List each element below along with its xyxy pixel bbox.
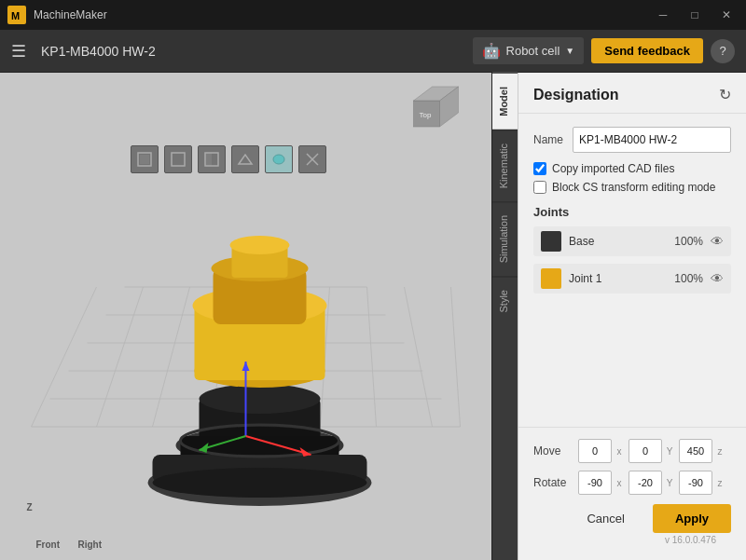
robot-cell-button[interactable]: 🤖 Robot cell ▼ [473,37,585,64]
app-icon: M [7,6,26,24]
svg-point-41 [230,236,290,254]
panel-title: Designation [533,87,619,103]
view-toolbar [131,145,326,173]
rotate-z-group: z [679,471,725,495]
joint-pct-base: 100% [670,235,703,248]
help-button[interactable]: ? [711,39,735,63]
joint-name-base: Base [569,235,662,248]
move-z-axis-label: z [714,446,725,457]
rotate-y-group: Y [629,471,675,495]
svg-point-33 [153,468,367,498]
move-x-group: x [578,439,625,463]
content-area: Front Right Z Top Model Kinematic Simula… [0,73,746,560]
name-input[interactable] [573,127,731,153]
checkbox1-row: Copy imported CAD files [533,162,731,175]
checkbox2-label: Block CS transform editing mode [552,181,715,194]
svg-text:Front: Front [36,540,61,550]
refresh-icon[interactable]: ↻ [719,86,731,103]
joint-visibility-base[interactable]: 👁 [711,234,724,249]
svg-text:M: M [11,10,20,21]
rotate-x-group: x [578,471,625,495]
main-toolbar: ☰ KP1-MB4000 HW-2 🤖 Robot cell ▼ Send fe… [0,30,746,73]
rotate-z-axis-label: z [714,478,725,488]
tab-simulation[interactable]: Simulation [492,201,518,276]
wireframe-view-button[interactable] [164,145,192,173]
svg-rect-5 [205,153,212,166]
move-y-axis-label: Y [664,446,675,457]
svg-rect-3 [140,155,149,164]
send-feedback-button[interactable]: Send feedback [591,38,703,63]
hamburger-icon[interactable]: ☰ [11,41,26,61]
svg-text:Top: Top [420,111,432,119]
checkbox2-row: Block CS transform editing mode [533,181,731,194]
mesh-view-button[interactable] [265,145,293,173]
checkbox1-label: Copy imported CAD files [552,162,674,175]
close-button[interactable]: ✕ [714,6,739,24]
svg-marker-7 [239,155,252,164]
svg-point-8 [273,155,284,164]
move-y-input[interactable] [629,439,662,463]
move-z-group: z [679,439,725,463]
solid-view-button[interactable] [131,145,159,173]
move-label: Move [533,444,574,458]
panel-bottom: Move x Y z Rotate x [518,427,746,560]
rotate-x-axis-label: x [614,478,625,488]
move-x-input[interactable] [578,439,612,463]
copy-cad-checkbox[interactable] [533,162,546,175]
panel-header: Designation ↻ [518,73,746,114]
app-name: MachineMaker [34,8,107,21]
move-z-input[interactable] [679,439,712,463]
maximize-button[interactable]: □ [683,6,707,24]
move-row: Move x Y z [533,439,731,463]
3d-viewport[interactable]: Front Right Z Top [0,73,491,560]
joint-name-joint1: Joint 1 [569,272,662,285]
project-title: KP1-MB4000 HW-2 [41,44,465,59]
tab-style[interactable]: Style [492,276,518,325]
rotate-x-input[interactable] [578,471,612,495]
name-label: Name [533,133,573,146]
rotate-z-input[interactable] [679,471,712,495]
robot-icon: 🤖 [482,42,501,60]
terrain-view-button[interactable] [231,145,259,173]
dropdown-arrow-icon: ▼ [565,46,574,56]
cancel-button[interactable]: Cancel [568,504,642,533]
titlebar: M MachineMaker ─ □ ✕ [0,0,746,30]
side-tabs-panel: Model Kinematic Simulation Style [491,73,518,560]
right-panel: Designation ↻ Name Copy imported CAD fil… [518,73,746,560]
rotate-y-axis-label: Y [664,478,675,488]
tab-model[interactable]: Model [492,73,518,130]
rotate-label: Rotate [533,476,574,489]
svg-text:Right: Right [78,540,103,550]
svg-text:Z: Z [27,502,33,512]
move-y-group: Y [629,439,675,463]
joint-color-joint1 [541,268,561,289]
reset-view-button[interactable] [298,145,326,173]
half-view-button[interactable] [198,145,226,173]
joint-visibility-joint1[interactable]: 👁 [711,271,724,286]
apply-button[interactable]: Apply [653,504,731,533]
joint-pct-joint1: 100% [670,272,703,285]
joint-row-joint1: Joint 1 100% 👁 [533,264,731,294]
joint-row-base: Base 100% 👁 [533,226,731,256]
svg-rect-4 [172,153,185,166]
rotate-y-input[interactable] [629,471,662,495]
joint-color-base [541,231,561,252]
joints-section-label: Joints [533,205,731,219]
robot-cell-label: Robot cell [506,44,560,58]
move-x-axis-label: x [614,446,625,457]
tab-kinematic[interactable]: Kinematic [492,130,518,201]
panel-body: Name Copy imported CAD files Block CS tr… [518,114,746,427]
rotate-row: Rotate x Y z [533,471,731,495]
action-buttons-row: Cancel Apply [533,504,731,533]
name-field-row: Name [533,127,731,153]
block-cs-checkbox[interactable] [533,181,546,194]
version-label: v 16.0.0.476 [533,533,731,549]
svg-point-29 [200,384,321,414]
minimize-button[interactable]: ─ [651,6,675,24]
